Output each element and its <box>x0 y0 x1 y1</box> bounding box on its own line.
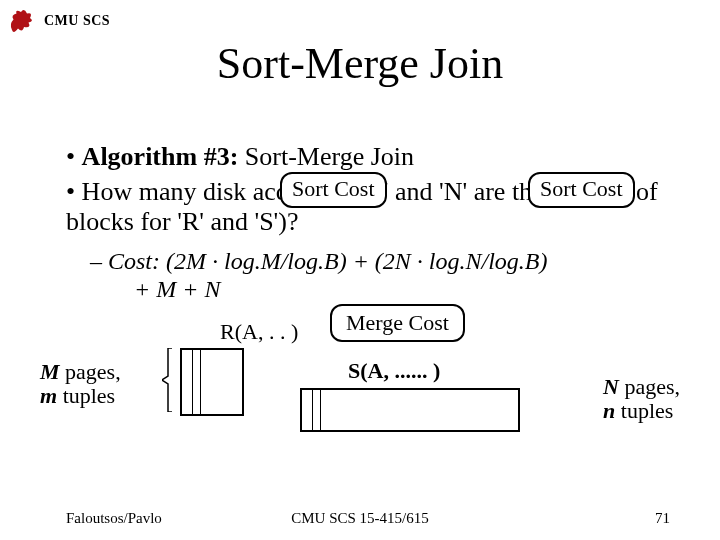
table-r-graphic <box>180 348 244 416</box>
sort-cost-tag-2: Sort Cost <box>528 172 635 208</box>
table-s-graphic <box>300 388 520 432</box>
bullet-1-rest: Sort-Merge Join <box>238 142 414 171</box>
m-bracket-icon <box>162 348 174 412</box>
cost-line: Cost: (2M · log.M/log.B) + (2N · log.N/l… <box>90 248 670 303</box>
cost-line2: + M + N <box>134 276 220 302</box>
bullet-1-bold: Algorithm #3: <box>82 142 239 171</box>
m-size-label: M pages, m tuples <box>40 360 121 408</box>
n-tuples: tuples <box>621 398 674 423</box>
sort-cost-tag-1: Sort Cost <box>280 172 387 208</box>
n-var: N <box>603 374 624 399</box>
m-tuple-var: m <box>40 383 63 408</box>
footer-page-number: 71 <box>655 510 670 527</box>
m-var: M <box>40 359 65 384</box>
slide-header: CMU SCS <box>6 6 110 36</box>
n-pages: pages, <box>624 374 680 399</box>
cmu-griffin-icon <box>6 6 36 36</box>
slide: CMU SCS Sort-Merge Join Algorithm #3: So… <box>0 0 720 540</box>
n-size-label: N pages, n tuples <box>603 375 680 423</box>
cost-line1: Cost: (2M · log.M/log.B) + (2N · log.N/l… <box>108 248 548 274</box>
relation-r-label: R(A, . . ) <box>220 319 298 345</box>
slide-body: Algorithm #3: Sort-Merge Join How many d… <box>66 142 670 327</box>
relation-s-label: S(A, ...... ) <box>348 358 440 384</box>
n-tuple-var: n <box>603 398 621 423</box>
org-label: CMU SCS <box>44 13 110 29</box>
slide-title: Sort-Merge Join <box>0 38 720 89</box>
footer-course: CMU SCS 15-415/615 <box>0 510 720 527</box>
merge-cost-tag: Merge Cost <box>330 304 465 342</box>
bullet-1: Algorithm #3: Sort-Merge Join <box>66 142 670 173</box>
m-tuples: tuples <box>63 383 116 408</box>
m-pages: pages, <box>65 359 121 384</box>
